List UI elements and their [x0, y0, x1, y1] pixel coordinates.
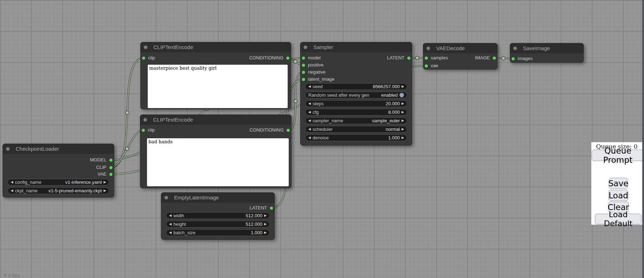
node-emptylatentimage[interactable]: EmptyLatentImageLATENT◀width512.000▶◀hei… [161, 192, 275, 240]
node-vaedecode[interactable]: VAEDecodesamplesvaeIMAGE [423, 43, 498, 70]
node-cliptextencode[interactable]: CLIPTextEncodeclipCONDITIONINGbad hands [140, 114, 292, 188]
widget-value: 512.000 [246, 213, 262, 218]
output-slot-dot[interactable] [407, 57, 410, 60]
node-checkpointloader[interactable]: CheckpointLoaderMODELCLIPVAE◀config_name… [2, 144, 114, 198]
widget-label: scheduler [313, 127, 333, 132]
widget-ckpt-name[interactable]: ◀ckpt_namev1-5-pruned-emaonly.ckpt▶ [7, 187, 109, 194]
node-status-dot-icon [144, 46, 147, 49]
widget-height[interactable]: ◀height512.000▶ [166, 221, 270, 228]
node-title-label: VAEDecode [436, 43, 465, 53]
increment-arrow-icon[interactable]: ▶ [402, 126, 404, 133]
save-button[interactable]: Save [609, 178, 628, 189]
decrement-arrow-icon[interactable]: ◀ [11, 187, 13, 194]
output-slot-dot[interactable] [270, 207, 273, 210]
widget-scheduler[interactable]: ◀schedulernormal▶ [305, 126, 407, 133]
output-slot-vae: VAE [2, 171, 114, 177]
output-slot-dot[interactable] [109, 173, 112, 176]
input-slot-label: positive [308, 62, 324, 68]
decrement-arrow-icon[interactable]: ◀ [308, 100, 311, 107]
input-slot-dot[interactable] [302, 64, 305, 67]
increment-arrow-icon[interactable]: ▶ [264, 221, 267, 228]
increment-arrow-icon[interactable]: ▶ [402, 83, 404, 90]
widget-sampler-name[interactable]: ◀sampler_namesample_euler▶ [305, 117, 407, 124]
node-cliptextencode[interactable]: CLIPTextEncodeclipCONDITIONINGmasterpiec… [140, 42, 291, 109]
increment-arrow-icon[interactable]: ▶ [402, 109, 404, 116]
output-slot-image: IMAGE [423, 55, 498, 61]
widget-random-seed-after-every-gen[interactable]: Random seed after every genenabled [305, 92, 407, 98]
input-slot-dot[interactable] [302, 71, 305, 74]
widget-value: normal [386, 127, 400, 132]
node-sampler[interactable]: Samplermodelpositivenegativelatent_image… [300, 42, 412, 146]
decrement-arrow-icon[interactable]: ◀ [169, 221, 172, 228]
input-slot-dot[interactable] [302, 78, 305, 81]
node-title-label: Sampler [313, 42, 333, 52]
input-slot-positive: positive [300, 62, 412, 68]
node-title-bar[interactable]: Sampler [300, 42, 412, 52]
node-title-label: SaveImage [523, 43, 550, 53]
node-status-dot-icon [426, 47, 430, 50]
output-slot-label: LATENT [250, 205, 267, 211]
input-slot-label: latent_image [308, 76, 334, 82]
widget-steps[interactable]: ◀steps20.000▶ [305, 100, 407, 107]
decrement-arrow-icon[interactable]: ◀ [308, 134, 311, 141]
queue-prompt-button[interactable]: Queue Prompt [592, 150, 644, 161]
widget-batch-size[interactable]: ◀batch_size1.000▶ [166, 229, 270, 236]
increment-arrow-icon[interactable]: ▶ [402, 117, 404, 124]
widget-value: sample_euler [372, 118, 400, 123]
load-default-button[interactable]: Load Default [595, 214, 642, 224]
node-status-dot-icon [143, 118, 147, 122]
increment-arrow-icon[interactable]: ▶ [264, 212, 267, 219]
increment-arrow-icon[interactable]: ▶ [104, 187, 106, 194]
widget-config-name[interactable]: ◀config_namev1-inference.yaml▶ [7, 179, 109, 186]
increment-arrow-icon[interactable]: ▶ [264, 229, 267, 236]
node-saveimage[interactable]: SaveImageimages [510, 43, 584, 63]
input-slot-label: negative [308, 69, 325, 75]
node-status-dot-icon [164, 196, 168, 199]
widget-label: batch_size [173, 230, 195, 235]
increment-arrow-icon[interactable]: ▶ [104, 179, 106, 186]
decrement-arrow-icon[interactable]: ◀ [169, 229, 172, 236]
node-title-bar[interactable]: CheckpointLoader [2, 144, 114, 154]
increment-arrow-icon[interactable]: ▶ [402, 134, 404, 141]
node-title-bar[interactable]: CLIPTextEncode [140, 42, 291, 52]
node-title-bar[interactable]: EmptyLatentImage [161, 192, 275, 203]
prompt-text-input[interactable]: bad hands [147, 138, 289, 186]
widget-value: 512.000 [246, 221, 262, 227]
input-slot-dot[interactable] [512, 57, 515, 60]
node-title-label: EmptyLatentImage [174, 192, 219, 203]
increment-arrow-icon[interactable]: ▶ [402, 100, 404, 107]
decrement-arrow-icon[interactable]: ◀ [308, 126, 311, 133]
widget-seed[interactable]: ◀seed8566257.000▶ [305, 83, 407, 90]
node-title-bar[interactable]: SaveImage [510, 43, 584, 53]
widget-value: enabled [381, 92, 398, 98]
output-slot-label: LATENT [387, 55, 404, 61]
widget-label: denoise [313, 135, 329, 140]
output-slot-dot[interactable] [109, 159, 112, 162]
input-slot-dot[interactable] [425, 64, 428, 68]
input-slot-negative: negative [300, 69, 412, 75]
widget-denoise[interactable]: ◀denoise1.000▶ [305, 134, 407, 141]
load-button[interactable]: Load [608, 190, 628, 201]
output-slot-dot[interactable] [287, 129, 290, 132]
widget-cfg[interactable]: ◀cfg8.000▶ [305, 109, 407, 116]
node-title-bar[interactable]: VAEDecode [423, 43, 498, 53]
output-slot-dot[interactable] [286, 57, 289, 60]
output-slot-dot[interactable] [493, 57, 496, 60]
decrement-arrow-icon[interactable]: ◀ [169, 212, 172, 219]
widget-width[interactable]: ◀width512.000▶ [166, 212, 270, 219]
output-slot-dot[interactable] [109, 166, 112, 169]
node-title-label: CLIPTextEncode [153, 114, 193, 125]
input-slot-vae: vae [423, 63, 498, 69]
node-title-label: CLIPTextEncode [153, 42, 193, 52]
node-title-bar[interactable]: CLIPTextEncode [140, 114, 292, 125]
widget-value: 1.000 [251, 230, 263, 235]
window-edge-scrollbar[interactable] [642, 0, 644, 278]
output-slot-clip: CLIP [2, 165, 114, 170]
decrement-arrow-icon[interactable]: ◀ [308, 109, 311, 116]
prompt-text-input[interactable]: masterpiece best quality girl [148, 65, 288, 108]
toggle-on-icon[interactable] [399, 93, 404, 97]
decrement-arrow-icon[interactable]: ◀ [308, 117, 311, 124]
decrement-arrow-icon[interactable]: ◀ [11, 179, 13, 186]
decrement-arrow-icon[interactable]: ◀ [308, 83, 311, 90]
widget-value: v1-5-pruned-emaonly.ckpt [48, 188, 102, 193]
